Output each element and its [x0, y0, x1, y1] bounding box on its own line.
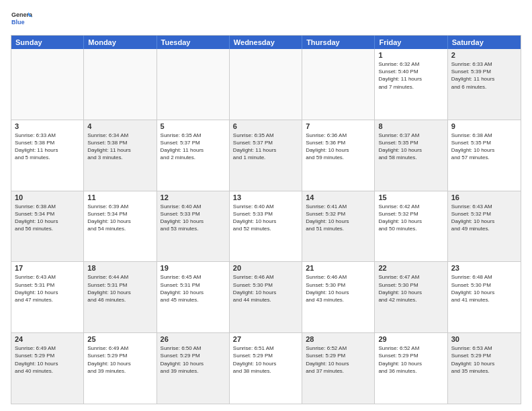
week-row-2: 3Sunrise: 6:33 AM Sunset: 5:38 PM Daylig…	[11, 120, 521, 191]
day-cell-empty-0-2	[157, 49, 230, 120]
day-info-5: Sunrise: 6:35 AM Sunset: 5:37 PM Dayligh…	[161, 132, 226, 162]
day-info-29: Sunrise: 6:52 AM Sunset: 5:29 PM Dayligh…	[378, 345, 443, 375]
day-number-21: 21	[306, 264, 371, 272]
day-number-20: 20	[233, 264, 298, 272]
day-number-2: 2	[451, 51, 517, 59]
day-number-29: 29	[378, 335, 443, 343]
day-number-18: 18	[87, 264, 152, 272]
day-cell-30: 30Sunrise: 6:53 AM Sunset: 5:29 PM Dayli…	[448, 333, 521, 404]
day-info-9: Sunrise: 6:38 AM Sunset: 5:35 PM Dayligh…	[451, 132, 517, 162]
day-cell-23: 23Sunrise: 6:48 AM Sunset: 5:30 PM Dayli…	[448, 262, 521, 332]
day-info-13: Sunrise: 6:40 AM Sunset: 5:33 PM Dayligh…	[233, 203, 298, 233]
day-info-17: Sunrise: 6:43 AM Sunset: 5:31 PM Dayligh…	[15, 273, 80, 304]
day-number-15: 15	[378, 193, 443, 201]
day-number-9: 9	[451, 122, 517, 130]
page: General Blue SundayMondayTuesdayWednesda…	[0, 0, 532, 411]
day-cell-20: 20Sunrise: 6:46 AM Sunset: 5:30 PM Dayli…	[230, 262, 302, 332]
day-number-27: 27	[233, 335, 298, 343]
day-number-11: 11	[87, 193, 152, 201]
day-info-21: Sunrise: 6:46 AM Sunset: 5:30 PM Dayligh…	[306, 273, 371, 304]
day-header-thursday: Thursday	[302, 36, 375, 49]
day-info-11: Sunrise: 6:39 AM Sunset: 5:34 PM Dayligh…	[87, 203, 152, 233]
logo-svg: General Blue	[11, 8, 32, 30]
day-cell-1: 1Sunrise: 6:32 AM Sunset: 5:40 PM Daylig…	[375, 49, 447, 120]
day-cell-21: 21Sunrise: 6:46 AM Sunset: 5:30 PM Dayli…	[302, 262, 375, 332]
day-number-12: 12	[161, 193, 226, 201]
day-info-26: Sunrise: 6:50 AM Sunset: 5:29 PM Dayligh…	[161, 345, 226, 375]
day-cell-9: 9Sunrise: 6:38 AM Sunset: 5:35 PM Daylig…	[448, 120, 521, 191]
logo: General Blue	[11, 8, 32, 30]
day-number-19: 19	[161, 264, 226, 272]
day-number-25: 25	[87, 335, 152, 343]
day-cell-10: 10Sunrise: 6:38 AM Sunset: 5:34 PM Dayli…	[11, 191, 84, 262]
day-number-28: 28	[306, 335, 371, 343]
day-info-19: Sunrise: 6:45 AM Sunset: 5:31 PM Dayligh…	[161, 273, 226, 304]
day-number-24: 24	[15, 335, 80, 343]
day-number-3: 3	[15, 122, 80, 130]
day-cell-11: 11Sunrise: 6:39 AM Sunset: 5:34 PM Dayli…	[84, 191, 157, 262]
day-cell-27: 27Sunrise: 6:51 AM Sunset: 5:29 PM Dayli…	[230, 333, 302, 404]
day-cell-22: 22Sunrise: 6:47 AM Sunset: 5:30 PM Dayli…	[375, 262, 447, 332]
day-info-12: Sunrise: 6:40 AM Sunset: 5:33 PM Dayligh…	[161, 203, 226, 233]
day-number-1: 1	[378, 51, 443, 59]
day-header-sunday: Sunday	[11, 36, 84, 49]
day-header-saturday: Saturday	[448, 36, 521, 49]
calendar-header: SundayMondayTuesdayWednesdayThursdayFrid…	[11, 36, 521, 49]
day-info-20: Sunrise: 6:46 AM Sunset: 5:30 PM Dayligh…	[233, 273, 298, 304]
day-cell-6: 6Sunrise: 6:35 AM Sunset: 5:37 PM Daylig…	[230, 120, 302, 191]
day-number-14: 14	[306, 193, 371, 201]
day-cell-14: 14Sunrise: 6:41 AM Sunset: 5:32 PM Dayli…	[302, 191, 375, 262]
day-number-6: 6	[233, 122, 298, 130]
day-info-7: Sunrise: 6:36 AM Sunset: 5:36 PM Dayligh…	[306, 132, 371, 162]
day-info-27: Sunrise: 6:51 AM Sunset: 5:29 PM Dayligh…	[233, 345, 298, 375]
day-cell-empty-0-4	[302, 49, 375, 120]
day-cell-7: 7Sunrise: 6:36 AM Sunset: 5:36 PM Daylig…	[302, 120, 375, 191]
calendar-body: 1Sunrise: 6:32 AM Sunset: 5:40 PM Daylig…	[11, 49, 521, 404]
day-info-3: Sunrise: 6:33 AM Sunset: 5:38 PM Dayligh…	[15, 132, 80, 162]
day-info-14: Sunrise: 6:41 AM Sunset: 5:32 PM Dayligh…	[306, 203, 371, 233]
day-info-28: Sunrise: 6:52 AM Sunset: 5:29 PM Dayligh…	[306, 345, 371, 375]
day-info-2: Sunrise: 6:33 AM Sunset: 5:39 PM Dayligh…	[451, 60, 517, 91]
day-number-16: 16	[451, 193, 517, 201]
day-cell-29: 29Sunrise: 6:52 AM Sunset: 5:29 PM Dayli…	[375, 333, 447, 404]
day-number-22: 22	[378, 264, 443, 272]
day-info-4: Sunrise: 6:34 AM Sunset: 5:38 PM Dayligh…	[87, 132, 152, 162]
day-cell-18: 18Sunrise: 6:44 AM Sunset: 5:31 PM Dayli…	[84, 262, 157, 332]
day-info-10: Sunrise: 6:38 AM Sunset: 5:34 PM Dayligh…	[15, 203, 80, 233]
day-number-4: 4	[87, 122, 152, 130]
day-info-30: Sunrise: 6:53 AM Sunset: 5:29 PM Dayligh…	[451, 345, 517, 375]
day-info-16: Sunrise: 6:43 AM Sunset: 5:32 PM Dayligh…	[451, 203, 517, 233]
day-number-26: 26	[161, 335, 226, 343]
week-row-1: 1Sunrise: 6:32 AM Sunset: 5:40 PM Daylig…	[11, 49, 521, 120]
day-cell-empty-0-3	[230, 49, 302, 120]
day-cell-25: 25Sunrise: 6:49 AM Sunset: 5:29 PM Dayli…	[84, 333, 157, 404]
calendar: SundayMondayTuesdayWednesdayThursdayFrid…	[11, 35, 521, 404]
day-cell-15: 15Sunrise: 6:42 AM Sunset: 5:32 PM Dayli…	[375, 191, 447, 262]
day-number-23: 23	[451, 264, 517, 272]
week-row-4: 17Sunrise: 6:43 AM Sunset: 5:31 PM Dayli…	[11, 261, 521, 332]
day-number-10: 10	[15, 193, 80, 201]
day-cell-8: 8Sunrise: 6:37 AM Sunset: 5:35 PM Daylig…	[375, 120, 447, 191]
day-header-tuesday: Tuesday	[157, 36, 230, 49]
day-cell-16: 16Sunrise: 6:43 AM Sunset: 5:32 PM Dayli…	[448, 191, 521, 262]
day-cell-17: 17Sunrise: 6:43 AM Sunset: 5:31 PM Dayli…	[11, 262, 84, 332]
day-number-7: 7	[306, 122, 371, 130]
day-header-friday: Friday	[375, 36, 447, 49]
day-cell-12: 12Sunrise: 6:40 AM Sunset: 5:33 PM Dayli…	[157, 191, 230, 262]
day-cell-2: 2Sunrise: 6:33 AM Sunset: 5:39 PM Daylig…	[448, 49, 521, 120]
day-info-24: Sunrise: 6:49 AM Sunset: 5:29 PM Dayligh…	[15, 345, 80, 375]
day-number-13: 13	[233, 193, 298, 201]
day-cell-19: 19Sunrise: 6:45 AM Sunset: 5:31 PM Dayli…	[157, 262, 230, 332]
day-cell-28: 28Sunrise: 6:52 AM Sunset: 5:29 PM Dayli…	[302, 333, 375, 404]
week-row-3: 10Sunrise: 6:38 AM Sunset: 5:34 PM Dayli…	[11, 191, 521, 262]
day-cell-5: 5Sunrise: 6:35 AM Sunset: 5:37 PM Daylig…	[157, 120, 230, 191]
day-number-30: 30	[451, 335, 517, 343]
day-info-6: Sunrise: 6:35 AM Sunset: 5:37 PM Dayligh…	[233, 132, 298, 162]
header: General Blue	[11, 8, 521, 30]
day-number-17: 17	[15, 264, 80, 272]
day-cell-3: 3Sunrise: 6:33 AM Sunset: 5:38 PM Daylig…	[11, 120, 84, 191]
day-number-5: 5	[161, 122, 226, 130]
day-cell-24: 24Sunrise: 6:49 AM Sunset: 5:29 PM Dayli…	[11, 333, 84, 404]
day-cell-empty-0-1	[84, 49, 157, 120]
day-info-22: Sunrise: 6:47 AM Sunset: 5:30 PM Dayligh…	[378, 273, 443, 304]
